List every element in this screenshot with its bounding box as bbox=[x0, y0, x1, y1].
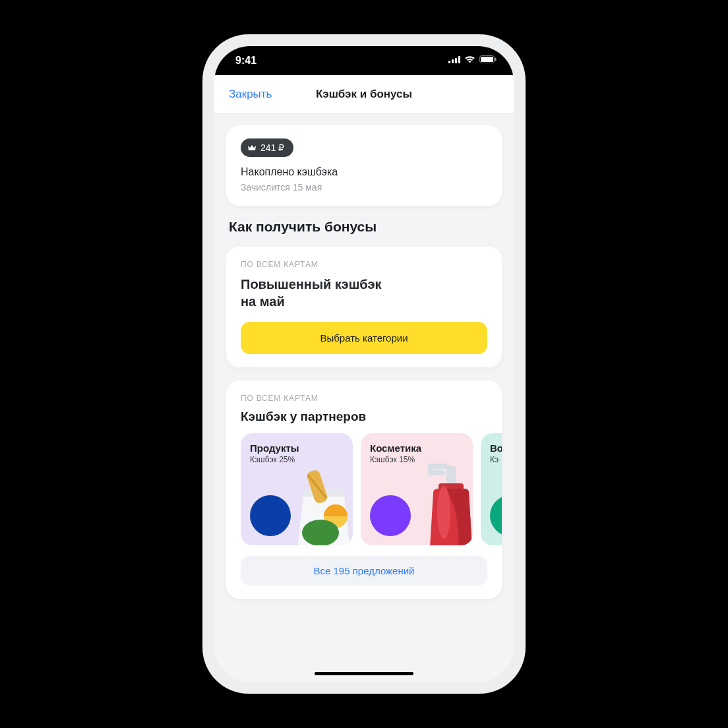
promo-overline: ПО ВСЕМ КАРТАМ bbox=[241, 260, 487, 269]
phone-frame: 9:41 Закрыть Кэшбэк и бонусы 241 ₽ Накоп… bbox=[202, 34, 526, 694]
partner-tiles[interactable]: Продукты Кэшбэк 25% bbox=[241, 433, 502, 545]
crown-icon bbox=[247, 144, 257, 152]
battery-icon bbox=[479, 55, 497, 63]
partner-tile-more[interactable]: Во Кэ bbox=[481, 433, 502, 545]
promo-title-line1: Повышенный кэшбэк bbox=[241, 277, 381, 291]
promo-title-line2: на май bbox=[241, 294, 285, 309]
notch bbox=[295, 46, 433, 69]
brand-dot bbox=[250, 495, 291, 536]
tile-title: Во bbox=[490, 442, 502, 454]
svg-point-10 bbox=[302, 520, 339, 545]
partner-tile-cosmetics[interactable]: Косметика Кэшбэк 15% bbox=[361, 433, 473, 545]
lotion-bottle-icon bbox=[407, 460, 473, 545]
status-time: 9:41 bbox=[235, 55, 257, 67]
all-offers-button[interactable]: Все 195 предложений bbox=[241, 556, 487, 586]
tile-sub: Кэ bbox=[490, 455, 502, 464]
grocery-bag-icon bbox=[284, 470, 353, 545]
cashback-summary-card[interactable]: 241 ₽ Накоплено кэшбэка Зачислится 15 ма… bbox=[226, 125, 502, 206]
svg-rect-6 bbox=[495, 58, 497, 61]
cashback-sub: Зачислится 15 мая bbox=[241, 182, 487, 193]
svg-rect-1 bbox=[452, 59, 454, 63]
brand-dot bbox=[490, 495, 502, 536]
brand-dot bbox=[370, 495, 411, 536]
partners-card: ПО ВСЕМ КАРТАМ Кэшбэк у партнеров Продук… bbox=[226, 380, 502, 599]
svg-rect-5 bbox=[481, 57, 493, 62]
status-bar: 9:41 bbox=[214, 46, 514, 75]
page-title: Кэшбэк и бонусы bbox=[316, 88, 412, 101]
partner-tile-products[interactable]: Продукты Кэшбэк 25% bbox=[241, 433, 353, 545]
cashback-label: Накоплено кэшбэка bbox=[241, 166, 487, 178]
cashback-amount: 241 ₽ bbox=[260, 142, 284, 153]
section-heading-bonuses: Как получить бонусы bbox=[229, 219, 499, 235]
tile-title: Продукты bbox=[250, 442, 344, 454]
partners-overline: ПО ВСЕМ КАРТАМ bbox=[241, 394, 502, 403]
close-button[interactable]: Закрыть bbox=[214, 88, 272, 101]
tile-title: Косметика bbox=[370, 442, 464, 454]
svg-rect-2 bbox=[455, 58, 457, 63]
svg-rect-0 bbox=[448, 61, 450, 63]
nav-header: Закрыть Кэшбэк и бонусы bbox=[214, 75, 514, 113]
svg-rect-11 bbox=[446, 466, 456, 483]
phone-screen: 9:41 Закрыть Кэшбэк и бонусы 241 ₽ Накоп… bbox=[214, 46, 514, 682]
content-area: Закрыть Кэшбэк и бонусы 241 ₽ Накоплено … bbox=[214, 75, 514, 682]
wifi-icon bbox=[464, 55, 475, 63]
cashback-amount-pill: 241 ₽ bbox=[241, 138, 293, 157]
partners-title: Кэшбэк у партнеров bbox=[241, 410, 502, 424]
status-icons bbox=[448, 55, 497, 63]
svg-point-13 bbox=[437, 486, 450, 539]
home-indicator[interactable] bbox=[315, 672, 413, 675]
scroll-body[interactable]: 241 ₽ Накоплено кэшбэка Зачислится 15 ма… bbox=[214, 113, 514, 682]
choose-categories-button[interactable]: Выбрать категории bbox=[241, 322, 487, 354]
tile-sub: Кэшбэк 25% bbox=[250, 455, 344, 464]
promo-card[interactable]: ПО ВСЕМ КАРТАМ Повышенный кэшбэк на май … bbox=[226, 247, 502, 367]
svg-rect-3 bbox=[458, 56, 460, 63]
cellular-icon bbox=[448, 56, 460, 63]
promo-title: Повышенный кэшбэк на май bbox=[241, 276, 487, 310]
